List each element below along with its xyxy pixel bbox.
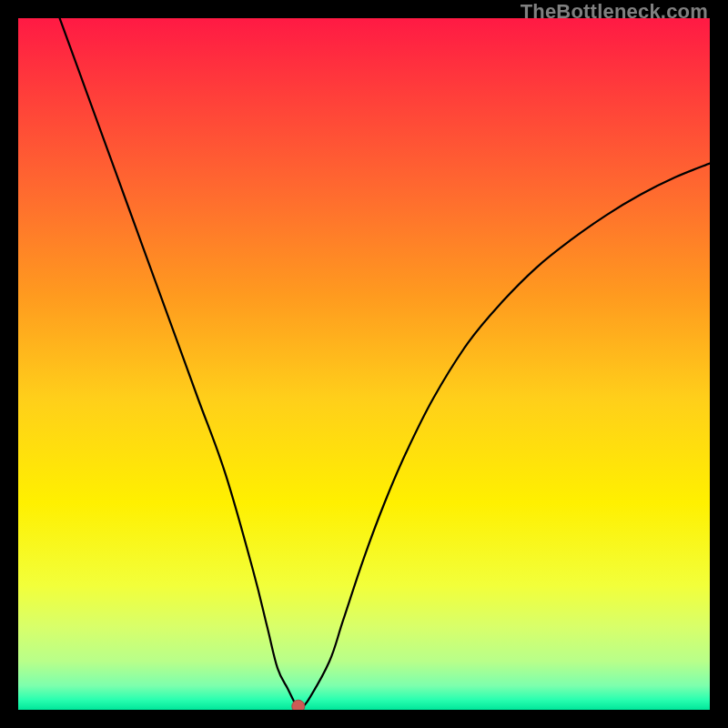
chart-background bbox=[18, 18, 710, 710]
watermark-text: TheBottleneck.com bbox=[521, 0, 708, 24]
optimal-point-marker bbox=[292, 700, 305, 710]
chart-frame bbox=[18, 18, 710, 710]
chart-plot bbox=[18, 18, 710, 710]
chart-stage: TheBottleneck.com bbox=[0, 0, 728, 728]
